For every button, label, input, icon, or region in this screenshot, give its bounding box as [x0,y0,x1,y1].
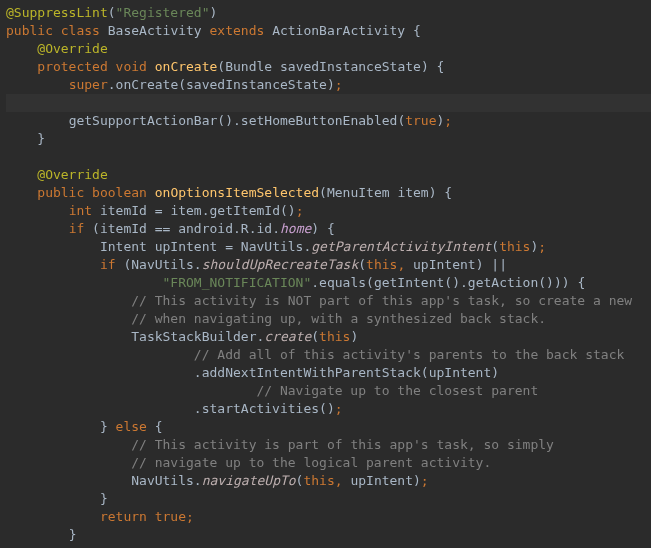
kw-public: public [6,23,53,38]
method-onoptionsitemselected: onOptionsItemSelected [155,185,319,200]
highlighted-line [6,94,651,112]
annotation: @SuppressLint [6,5,108,20]
method-oncreate: onCreate [155,59,218,74]
annotation-arg: "Registered" [116,5,210,20]
comment: // when navigating up, with a synthesize… [131,311,546,326]
class-name: BaseActivity [108,23,202,38]
comment: // Add all of this activity's parents to… [194,347,624,362]
kw-extends: extends [210,23,265,38]
comment: // This activity is NOT part of this app… [131,293,632,308]
annotation-override: @Override [37,41,107,56]
kw-class: class [61,23,100,38]
comment: // Navigate up to the closest parent [256,383,538,398]
parent-class: ActionBarActivity [272,23,405,38]
comment: // navigate up to the logical parent act… [131,455,491,470]
code-editor[interactable]: @SuppressLint("Registered") public class… [6,4,651,544]
comment: // This activity is part of this app's t… [131,437,554,452]
